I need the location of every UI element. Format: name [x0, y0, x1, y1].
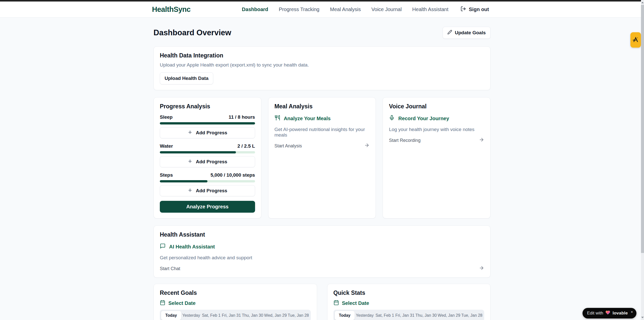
update-goals-label: Update Goals — [455, 30, 486, 36]
lovable-tagger-icon — [632, 36, 639, 44]
start-analysis-label: Start Analysis — [274, 143, 302, 149]
metric-steps-label: Steps — [160, 172, 173, 178]
stats-select-date-button[interactable]: Select Date — [333, 300, 484, 307]
metric-steps: Steps 5,000 / 10,000 steps Add Progress — [160, 172, 255, 196]
goals-tab-sat-feb-1[interactable]: Sat, Feb 1 — [201, 311, 221, 320]
goals-tab-tue-jan-28[interactable]: Tue, Jan 28 — [287, 311, 310, 320]
app-viewport: HealthSync Dashboard Progress Tracking M… — [0, 0, 644, 320]
arrow-right-icon — [479, 265, 484, 272]
assistant-card-title: Health Assistant — [160, 231, 484, 238]
integration-subtitle: Upload your Apple Health export (export.… — [160, 62, 484, 68]
start-chat-link[interactable]: Start Chat — [160, 265, 484, 272]
plus-icon — [188, 159, 193, 165]
stats-tab-sat-feb-1[interactable]: Sat, Feb 1 — [375, 311, 395, 320]
metric-water-label: Water — [160, 143, 173, 149]
metric-sleep-progress-fill — [160, 122, 255, 124]
meal-analysis-card: Meal Analysis Analyze Your Meals Get AI-… — [268, 97, 376, 218]
goals-tab-yesterday[interactable]: Yesterday — [181, 311, 201, 320]
nav-meal-analysis[interactable]: Meal Analysis — [330, 7, 361, 12]
stats-tab-thu-jan-30[interactable]: Thu, Jan 30 — [415, 311, 437, 320]
sign-out-label: Sign out — [469, 7, 489, 12]
lovable-brand-label: lovable — [612, 311, 628, 316]
main-content: Dashboard Overview Update Goals Health D… — [154, 27, 490, 320]
metric-sleep-label: Sleep — [160, 114, 173, 120]
analyze-progress-button[interactable]: Analyze Progress — [160, 201, 255, 213]
nav-dashboard[interactable]: Dashboard — [242, 7, 268, 12]
record-your-journey-label: Record Your Journey — [398, 116, 449, 121]
voice-journal-card: Voice Journal Record Your Journey Log yo… — [383, 97, 490, 218]
goals-tab-today[interactable]: Today — [161, 311, 181, 320]
start-chat-label: Start Chat — [160, 266, 180, 271]
meal-card-title: Meal Analysis — [274, 103, 370, 110]
scrollbar-up-arrow-icon[interactable] — [641, 1, 644, 4]
metric-sleep-value: 11 / 8 hours — [229, 114, 255, 120]
metric-sleep: Sleep 11 / 8 hours Add Progress — [160, 114, 255, 138]
bottom-cards-row: Recent Goals Select Date Today Yesterday… — [154, 284, 490, 320]
stats-select-date-label: Select Date — [342, 300, 369, 306]
goals-select-date-button[interactable]: Select Date — [160, 300, 311, 307]
start-recording-label: Start Recording — [389, 138, 420, 143]
goals-select-date-label: Select Date — [168, 300, 196, 306]
record-your-journey-link[interactable]: Record Your Journey — [389, 115, 484, 122]
stats-tab-today[interactable]: Today — [335, 311, 355, 320]
analyze-your-meals-link[interactable]: Analyze Your Meals — [274, 115, 370, 122]
metric-sleep-progressbar — [160, 122, 255, 124]
update-goals-button[interactable]: Update Goals — [443, 27, 490, 39]
goals-tab-thu-jan-30[interactable]: Thu, Jan 30 — [241, 311, 264, 320]
stats-tab-fri-jan-31[interactable]: Fri, Jan 31 — [395, 311, 415, 320]
edit-with-lovable-badge[interactable]: Edit with lovable × — [582, 308, 636, 318]
main-nav: Dashboard Progress Tracking Meal Analysi… — [242, 6, 489, 13]
voice-card-description: Log your health journey with voice notes — [389, 127, 484, 132]
sign-out-button[interactable]: Sign out — [461, 6, 489, 13]
add-progress-water-button[interactable]: Add Progress — [160, 156, 255, 167]
metric-steps-progress-fill — [160, 180, 207, 182]
stats-tab-tue-jan-28[interactable]: Tue, Jan 28 — [461, 311, 483, 320]
page-scrollbar[interactable] — [641, 0, 644, 320]
goals-tab-fri-jan-31[interactable]: Fri, Jan 31 — [221, 311, 241, 320]
plus-icon — [188, 130, 193, 136]
add-progress-label: Add Progress — [196, 188, 227, 194]
start-recording-link[interactable]: Start Recording — [389, 137, 484, 144]
add-progress-steps-button[interactable]: Add Progress — [160, 185, 255, 196]
nav-health-assistant[interactable]: Health Assistant — [412, 7, 448, 12]
goals-card-title: Recent Goals — [160, 290, 311, 296]
add-progress-sleep-button[interactable]: Add Progress — [160, 127, 255, 138]
goals-date-tabs: Today Yesterday Sat, Feb 1 Fri, Jan 31 T… — [160, 310, 311, 320]
meal-card-description: Get AI-powered nutritional insights for … — [274, 127, 370, 138]
ai-health-assistant-link[interactable]: AI Health Assistant — [160, 243, 484, 250]
upload-health-data-button[interactable]: Upload Health Data — [160, 72, 213, 84]
metric-steps-progressbar — [160, 180, 255, 182]
nav-voice-journal[interactable]: Voice Journal — [372, 7, 402, 12]
app-logo: HealthSync — [152, 5, 191, 14]
calendar-icon — [333, 300, 339, 307]
ai-health-assistant-label: AI Health Assistant — [169, 244, 215, 250]
scrollbar-thumb[interactable] — [641, 5, 644, 253]
start-analysis-link[interactable]: Start Analysis — [274, 143, 370, 149]
chat-bubble-icon — [160, 243, 166, 250]
voice-card-title: Voice Journal — [389, 103, 484, 110]
scrollbar-down-arrow-icon[interactable] — [641, 316, 644, 319]
quick-stats-card: Quick Stats Select Date Today Yesterday … — [327, 284, 491, 320]
progress-card-title: Progress Analysis — [160, 103, 255, 110]
app-header: HealthSync Dashboard Progress Tracking M… — [0, 2, 641, 18]
arrow-right-icon — [479, 137, 484, 144]
metric-water-value: 2 / 2.5 L — [237, 143, 255, 149]
badge-close-icon[interactable]: × — [631, 310, 633, 314]
progress-analysis-card: Progress Analysis Sleep 11 / 8 hours Add… — [154, 97, 261, 218]
arrow-right-icon — [364, 143, 370, 149]
lovable-tagger-button[interactable] — [630, 32, 641, 48]
stats-tab-yesterday[interactable]: Yesterday — [355, 311, 375, 320]
feature-cards-row: Progress Analysis Sleep 11 / 8 hours Add… — [154, 97, 490, 218]
utensils-icon — [274, 115, 280, 122]
assistant-card-description: Get personalized health advice and suppo… — [160, 255, 484, 261]
nav-progress-tracking[interactable]: Progress Tracking — [279, 7, 319, 12]
metric-steps-value: 5,000 / 10,000 steps — [210, 172, 255, 178]
integration-title: Health Data Integration — [160, 52, 484, 59]
goals-tab-wed-jan-29[interactable]: Wed, Jan 29 — [264, 311, 287, 320]
plus-icon — [188, 188, 193, 194]
health-data-integration-card: Health Data Integration Upload your Appl… — [154, 46, 490, 90]
metric-water-progress-fill — [160, 151, 236, 153]
analyze-your-meals-label: Analyze Your Meals — [284, 116, 331, 121]
stats-tab-wed-jan-29[interactable]: Wed, Jan 29 — [437, 311, 461, 320]
stats-card-title: Quick Stats — [333, 290, 484, 296]
